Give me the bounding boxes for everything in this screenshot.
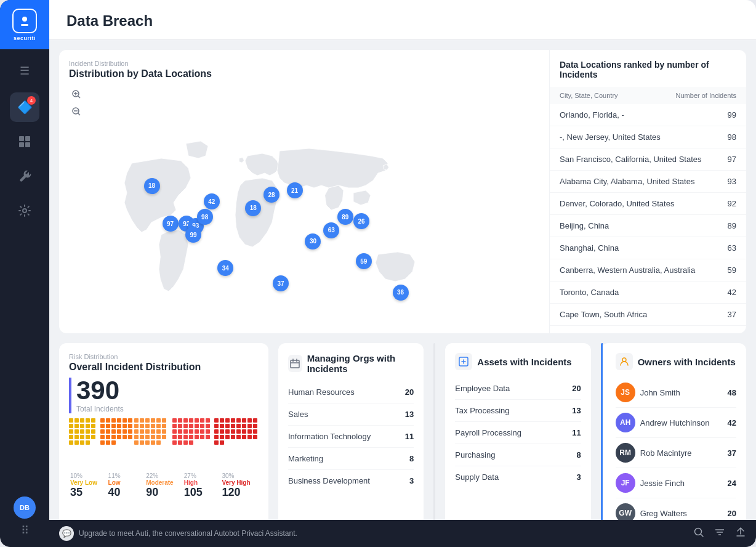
- map-pin-37[interactable]: 37: [273, 275, 289, 291]
- asset-row-tax: Tax Processing 13: [455, 400, 581, 422]
- risk-dot-visualization: [69, 418, 259, 463]
- location-row: Shanghai, China 63: [550, 237, 746, 259]
- total-incidents-box: 390 Total Incidents: [69, 378, 259, 413]
- owner-avatar-js: JS: [616, 383, 635, 402]
- sidebar-bottom: DB ⠿: [14, 487, 36, 547]
- logo-text: securiti: [14, 35, 36, 41]
- location-row: San Francisco, California, United States…: [550, 148, 746, 171]
- map-pin-97[interactable]: 97: [163, 216, 179, 232]
- sidebar-item-shield[interactable]: 🔷 4: [10, 92, 39, 122]
- owner-avatar-gw: GW: [616, 503, 635, 520]
- svg-point-19: [622, 358, 626, 362]
- location-row: Orlando, Florida, - 99: [550, 104, 746, 126]
- map-pin-42[interactable]: 42: [204, 193, 220, 209]
- map-pin-18a[interactable]: 18: [144, 178, 160, 194]
- asset-row-supply: Supply Data 3: [455, 466, 581, 488]
- asset-row-employee: Employee Data 20: [455, 378, 581, 400]
- owners-panel-title: Owners with Incidents: [638, 357, 736, 367]
- total-incidents-number: 390: [76, 378, 259, 403]
- search-action-button[interactable]: [693, 527, 704, 540]
- share-action-button[interactable]: [735, 527, 746, 540]
- svg-rect-3: [25, 136, 30, 141]
- sidebar-logo[interactable]: securiti: [0, 0, 49, 49]
- risk-subtitle: Risk Distribution: [69, 353, 259, 360]
- chat-hint: 💬 Upgrade to meet Auti, the conversation…: [59, 526, 297, 541]
- risk-stat-high: 27% High 105: [183, 470, 221, 501]
- svg-point-20: [695, 529, 702, 535]
- top-panel: Incident Distribution Distribution by Da…: [59, 50, 746, 333]
- location-row: Cape Town, South Africa 37: [550, 304, 746, 326]
- map-pin-21[interactable]: 21: [287, 182, 303, 198]
- chat-bubble-icon: 💬: [59, 526, 74, 541]
- managing-row-it: Information Technology 11: [288, 426, 414, 448]
- risk-stat-moderate: 22% Moderate 90: [145, 470, 183, 501]
- sidebar-item-settings[interactable]: [10, 196, 39, 225]
- menu-toggle[interactable]: ☰: [0, 54, 49, 87]
- map-pin-99[interactable]: 99: [185, 227, 201, 243]
- owner-row-rob: RM Rob Macintyre 37: [616, 438, 736, 468]
- sidebar: securiti ☰ 🔷 4: [0, 0, 49, 547]
- main-content: Data Breach Incident Distribution Distri…: [49, 0, 756, 547]
- panel-divider: [433, 343, 435, 520]
- locations-table-header: City, State, Country Number of Incidents: [550, 87, 746, 104]
- svg-rect-14: [291, 360, 299, 368]
- zoom-out-button[interactable]: [69, 104, 84, 119]
- assets-panel-title: Assets with Incidents: [477, 357, 571, 367]
- assets-panel: Assets with Incidents Employee Data 20 T…: [445, 343, 590, 520]
- risk-panel: Risk Distribution Overall Incident Distr…: [59, 343, 268, 520]
- map-title: Distribution by Data Locations: [69, 68, 529, 79]
- sidebar-nav: 🔷 4: [10, 87, 39, 487]
- managing-row-bizdev: Business Development 3: [288, 470, 414, 492]
- map-pin-36[interactable]: 36: [393, 285, 409, 301]
- filter-action-button[interactable]: [714, 527, 725, 540]
- bottom-bar: 💬 Upgrade to meet Auti, the conversation…: [49, 520, 756, 547]
- map-pin-30[interactable]: 30: [305, 233, 321, 249]
- owner-row-andrew: AH Andrew Hutchinson 42: [616, 408, 736, 438]
- map-pin-89[interactable]: 89: [337, 209, 353, 225]
- assets-panel-icon: [455, 353, 472, 370]
- map-pin-34[interactable]: 34: [217, 260, 233, 276]
- owners-panel: Owners with Incidents JS John Smith 48: [601, 343, 746, 520]
- managing-panel-title: Managing Orgs with Incidents: [307, 353, 414, 374]
- asset-row-purchasing: Purchasing 8: [455, 444, 581, 466]
- bottom-panels: Risk Distribution Overall Incident Distr…: [59, 343, 746, 520]
- owner-row-jessie: JF Jessie Finch 24: [616, 468, 736, 498]
- sidebar-item-grid[interactable]: [10, 127, 39, 156]
- asset-row-payroll: Payroll Processing 11: [455, 422, 581, 444]
- owner-avatar-rm: RM: [616, 443, 635, 463]
- risk-stat-very-low: 10% Very Low 35: [69, 470, 107, 501]
- map-pin-98[interactable]: 98: [197, 209, 213, 225]
- content-area: Incident Distribution Distribution by Da…: [49, 40, 756, 520]
- map-controls: [69, 87, 529, 119]
- map-pin-59[interactable]: 59: [356, 253, 372, 269]
- sidebar-dots-icon[interactable]: ⠿: [21, 524, 29, 537]
- svg-line-21: [701, 535, 704, 537]
- svg-rect-4: [19, 142, 24, 147]
- zoom-in-button[interactable]: [69, 87, 84, 102]
- user-avatar[interactable]: DB: [14, 496, 36, 519]
- location-row: -, New Jersey, United States 98: [550, 126, 746, 148]
- map-pin-63[interactable]: 63: [323, 222, 339, 238]
- location-row: Beijing, China 89: [550, 215, 746, 237]
- svg-rect-2: [19, 136, 24, 141]
- locations-panel: Data Locations ranked by number of Incid…: [549, 50, 746, 333]
- location-row: Canberra, Western Australia, Australia 5…: [550, 259, 746, 282]
- locations-col2-header: Number of Incidents: [676, 92, 736, 99]
- sidebar-item-wrench[interactable]: [10, 161, 39, 191]
- svg-line-10: [78, 96, 80, 98]
- map-pin-26[interactable]: 26: [353, 213, 369, 229]
- svg-point-6: [23, 209, 26, 213]
- map-subtitle: Incident Distribution: [69, 60, 529, 67]
- map-pin-28[interactable]: 28: [263, 187, 279, 203]
- managing-panel: Managing Orgs with Incidents Human Resou…: [278, 343, 424, 520]
- bottom-actions: [693, 527, 746, 540]
- map-section: Incident Distribution Distribution by Da…: [59, 50, 539, 333]
- map-pin-18b[interactable]: 18: [245, 200, 261, 216]
- page-title: Data Breach: [66, 12, 739, 30]
- managing-panel-icon: [288, 355, 302, 372]
- owner-row-john-smith: JS John Smith 48: [616, 378, 736, 408]
- risk-stat-low: 11% Low 40: [107, 470, 145, 501]
- svg-rect-1: [21, 24, 28, 26]
- owners-panel-icon: [616, 353, 633, 370]
- location-row: Denver, Colorado, United States 92: [550, 193, 746, 215]
